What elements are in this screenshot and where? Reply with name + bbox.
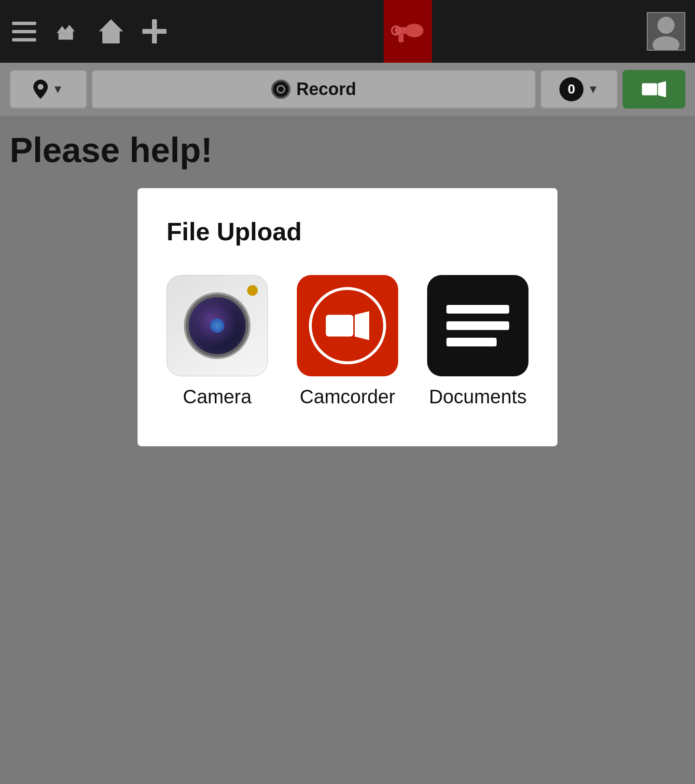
homes-icon[interactable] — [53, 17, 82, 46]
svg-rect-11 — [142, 29, 167, 34]
location-button[interactable]: ▼ — [10, 70, 87, 109]
svg-rect-2 — [12, 38, 36, 41]
doc-line-1 — [446, 305, 509, 314]
add-icon[interactable] — [140, 17, 169, 46]
chevron-down-icon: ▼ — [52, 83, 64, 96]
megaphone-nav-item[interactable] — [384, 0, 432, 63]
upload-options: Camera Camcorder — [167, 275, 528, 408]
svg-point-18 — [38, 84, 43, 90]
svg-point-17 — [653, 36, 680, 50]
svg-rect-6 — [66, 31, 73, 40]
svg-rect-13 — [395, 27, 414, 34]
doc-line-2 — [446, 321, 509, 330]
svg-rect-19 — [642, 83, 657, 96]
svg-marker-7 — [99, 19, 123, 31]
svg-rect-21 — [326, 315, 353, 337]
page-title: Please help! — [0, 116, 695, 179]
svg-marker-5 — [64, 25, 75, 32]
document-lines — [446, 305, 509, 346]
svg-rect-14 — [399, 34, 404, 42]
record-label: Record — [296, 79, 356, 99]
svg-point-16 — [657, 17, 674, 34]
svg-marker-22 — [355, 311, 369, 340]
count-dropdown[interactable]: 0 ▼ — [541, 70, 618, 109]
nav-bar — [0, 0, 695, 63]
home-icon[interactable] — [97, 17, 125, 46]
svg-rect-1 — [12, 30, 36, 33]
count-chevron-icon: ▼ — [587, 83, 599, 96]
user-avatar[interactable] — [647, 12, 685, 51]
camera-label: Camera — [183, 386, 251, 408]
svg-rect-0 — [12, 22, 36, 25]
toolbar: ▼ Record 0 ▼ — [0, 63, 695, 116]
camera-option[interactable]: Camera — [167, 275, 268, 408]
hamburger-menu-button[interactable] — [10, 17, 39, 46]
svg-rect-9 — [107, 36, 115, 43]
camcorder-circle — [309, 287, 386, 364]
camera-icon — [167, 275, 268, 376]
svg-rect-4 — [58, 33, 66, 40]
camcorder-label: Camcorder — [300, 386, 395, 408]
documents-option[interactable]: Documents — [427, 275, 528, 408]
documents-icon — [427, 275, 528, 376]
documents-label: Documents — [429, 386, 527, 408]
record-button[interactable]: Record — [92, 70, 536, 109]
camcorder-option[interactable]: Camcorder — [297, 275, 398, 408]
svg-marker-20 — [658, 81, 666, 97]
dialog-title: File Upload — [167, 217, 528, 246]
record-circle-icon — [271, 80, 291, 99]
camera-gold-dot — [247, 285, 258, 296]
doc-line-3 — [446, 338, 497, 346]
camcorder-icon — [297, 275, 398, 376]
count-badge: 0 — [559, 77, 584, 101]
video-record-button[interactable] — [623, 70, 685, 109]
camera-lens — [186, 294, 249, 357]
file-upload-dialog: File Upload Camera Camcorder — [138, 188, 557, 446]
